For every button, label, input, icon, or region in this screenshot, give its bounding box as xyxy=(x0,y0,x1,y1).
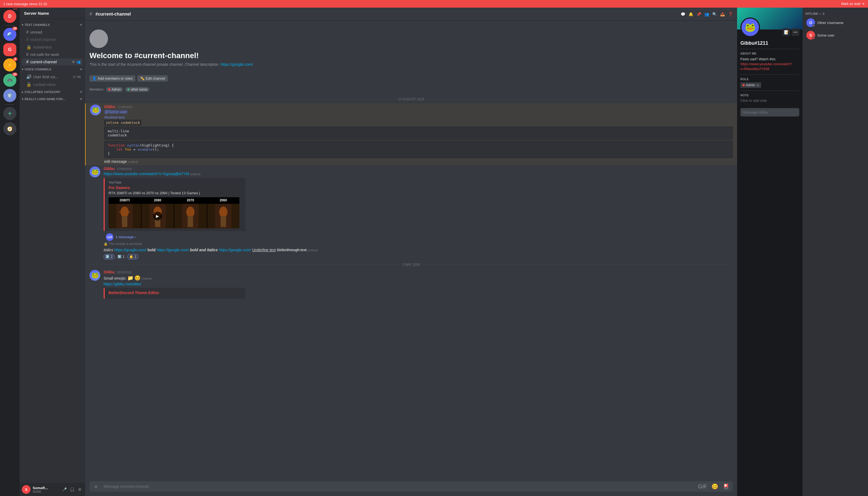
add-attachment-button[interactable]: ＋ xyxy=(92,482,100,491)
note-input[interactable]: Click to add note xyxy=(740,98,799,103)
reaction-2[interactable]: 2️⃣ 2 xyxy=(103,254,114,260)
search-icon[interactable]: 🔍 xyxy=(712,12,717,16)
channel-item-locked-voice[interactable]: 🔒 Locked voice xyxy=(22,81,83,88)
channel-item-muted[interactable]: # muted-channel xyxy=(22,36,83,43)
reaction-1[interactable]: 1️⃣ 1 xyxy=(116,254,127,260)
profile-avatar[interactable]: 🐸 xyxy=(740,17,760,37)
gif-button[interactable]: GIF xyxy=(697,482,708,491)
message-input[interactable] xyxy=(102,481,695,492)
explore-button[interactable]: 🧭 xyxy=(3,122,16,135)
channel-mention[interactable]: #locked-text xyxy=(104,115,125,120)
reaction-count-1: 2 xyxy=(111,255,113,259)
message-gibbu-input[interactable]: Message Gibbu xyxy=(740,108,799,117)
message-avatar-1[interactable]: 🐸 xyxy=(90,105,101,115)
user-name-other: Other Username xyxy=(817,21,843,25)
server-icon-g[interactable]: G xyxy=(3,43,16,56)
settings-button[interactable]: ⚙ xyxy=(76,486,83,493)
member-chip-other[interactable]: other name xyxy=(125,87,149,92)
add-long-icon[interactable]: ＋ xyxy=(79,97,83,102)
server-icon-2[interactable]: 🌊 30 xyxy=(3,28,16,41)
close-icon[interactable]: ✕ xyxy=(862,2,865,6)
channel-item-user-limit[interactable]: 🔊 User limit voi... 0 / 99 xyxy=(22,73,83,80)
server-icon-d[interactable]: D xyxy=(3,10,16,23)
chevron-down-icon-long: ▾ xyxy=(22,97,23,101)
channel-item-unread[interactable]: # unread xyxy=(22,29,83,36)
server-icon-6[interactable]: 🛡️ xyxy=(3,89,16,102)
mark-as-read-button[interactable]: Mark as read ✕ xyxy=(841,2,865,6)
mention-some-user[interactable]: @Some user xyxy=(104,110,128,114)
profile-avatar-container: 🐸 xyxy=(740,17,760,37)
add-voice-icon[interactable]: ＋ xyxy=(79,67,83,72)
yt-link[interactable]: https://www.youtube.com/watch?v=SgxoaqBA… xyxy=(103,172,189,176)
reaction-emoji-2: 1️⃣ xyxy=(117,255,122,259)
yt-col-2080: 2080 xyxy=(142,197,174,203)
thread-icon[interactable]: 💬 xyxy=(681,12,685,16)
inbox-icon[interactable]: 📥 xyxy=(720,12,725,16)
about-link[interactable]: https://www.youtube.com/watch?v=RkbmWui7… xyxy=(740,62,792,71)
play-button[interactable]: ▶ xyxy=(153,212,162,220)
message-avatar-2[interactable]: 🐸 xyxy=(90,167,100,177)
member-chip-admin[interactable]: Admin xyxy=(106,87,123,92)
sticker-button[interactable]: 🎴 xyxy=(722,482,730,491)
add-channel-icon[interactable]: ＋ xyxy=(79,22,83,27)
voice-channels-category[interactable]: ▾ VOICE CHANNELS ＋ xyxy=(20,66,85,73)
message-formatted-text: italics https://google.com/ bold https:/… xyxy=(103,247,733,253)
reaction-emoji-1: 2️⃣ xyxy=(106,255,110,259)
message-content-1: Gibbu 17/08/2019 @Some user #locked-text… xyxy=(104,105,733,164)
members-icon[interactable]: 👥 xyxy=(77,60,81,64)
help-icon[interactable]: ❓ xyxy=(728,12,733,16)
edit-channel-button[interactable]: ✏️ Edit channel xyxy=(138,75,168,81)
pinned-icon[interactable]: 📌 xyxy=(696,12,701,16)
text-channels-category[interactable]: ▾ TEXT CHANNELS ＋ xyxy=(20,21,85,28)
emoji-button[interactable]: 😊 xyxy=(710,482,719,491)
mute-button[interactable]: 🎤 xyxy=(61,486,68,493)
add-collapsed-icon[interactable]: ＋ xyxy=(79,90,83,94)
channel-item-current[interactable]: # current-channel ⚙ 👥 xyxy=(22,58,83,65)
thread-archived: 🔒 This thread is archived. xyxy=(103,242,733,246)
svg-rect-12 xyxy=(221,216,226,227)
embed-image[interactable]: 2080TI 2080 2070 2060 xyxy=(109,197,239,228)
server-name[interactable]: Server Name xyxy=(20,7,85,19)
collapsed-category[interactable]: ▸ COLLAPSED CATEGORY ＋ xyxy=(20,88,85,95)
add-members-icon: 👤 xyxy=(92,76,97,80)
channel-item-nsfw[interactable]: # not-safe-for-work xyxy=(22,51,83,58)
user-avatar-some: S xyxy=(806,31,815,40)
deafen-button[interactable]: 🎧 xyxy=(69,486,75,493)
channel-name-nsfw: not-safe-for-work xyxy=(30,52,59,57)
reaction-count-2: 1 xyxy=(123,255,125,259)
message-avatar-3[interactable]: 🐸 xyxy=(90,270,100,281)
thread-preview[interactable]: 123 1 message › xyxy=(103,232,202,242)
role-expand-icon[interactable]: ▸ xyxy=(757,83,759,87)
channel-item-locked-text[interactable]: 🔒 locked-text xyxy=(22,43,83,51)
add-members-button[interactable]: 👤 Add members or roles xyxy=(90,75,135,81)
status-dot-some xyxy=(813,37,815,40)
editor-link[interactable]: https://gibbu.me/editor xyxy=(103,282,142,286)
profile-more-icon[interactable]: ••• xyxy=(792,28,799,36)
message-author-3[interactable]: Gibbu xyxy=(103,270,114,274)
members-list-icon[interactable]: 👥 xyxy=(704,12,709,16)
user-list-item-other[interactable]: O Other Username xyxy=(804,17,867,29)
message-profile-input-area: Message Gibbu xyxy=(737,106,803,119)
add-server-button[interactable]: + xyxy=(3,107,16,120)
link-2[interactable]: https://google.com/ xyxy=(157,248,189,252)
server-icon-5[interactable]: 🎮 24 xyxy=(3,74,16,87)
user-list-item-some[interactable]: S Some user xyxy=(804,29,867,41)
self-avatar[interactable]: S xyxy=(22,485,31,494)
server-icon-4[interactable]: ⚡ 4 xyxy=(3,58,16,72)
link-3[interactable]: https://google.com/ xyxy=(219,248,251,252)
profile-note-icon[interactable]: 📝 xyxy=(782,28,790,36)
underline-text: Underline text xyxy=(252,248,276,252)
message-author-1[interactable]: Gibbu xyxy=(104,105,115,109)
notification-settings-icon[interactable]: 🔔 xyxy=(689,12,693,16)
reaction-bell[interactable]: 🔔 1 xyxy=(127,254,138,260)
message-author-2[interactable]: Gibbu xyxy=(103,167,114,171)
long-name-category[interactable]: ▾ REALLY LONG NAME FOR... ＋ xyxy=(20,95,85,103)
message-text-1c: inline codeblock xyxy=(104,120,733,125)
link-1[interactable]: https://google.com/ xyxy=(114,248,146,252)
channel-header: # #current-channel 💬 🔔 📌 👥 🔍 📥 ❓ xyxy=(85,7,737,21)
profile-panel: 🐸 📝 ••• Gibbu#1211 ABOUT ME Feels sad? W… xyxy=(737,7,803,496)
welcome-link[interactable]: https://google.com/ xyxy=(221,62,253,66)
message-group-3: 🐸 Gibbu 02/05/2020 Small emojis: 📁 😊 (ed… xyxy=(85,269,737,301)
youtube-embed: YouTube For Gamers RTX 2080Ti vs 2080 vs… xyxy=(103,178,245,231)
settings-icon[interactable]: ⚙ xyxy=(72,60,75,64)
